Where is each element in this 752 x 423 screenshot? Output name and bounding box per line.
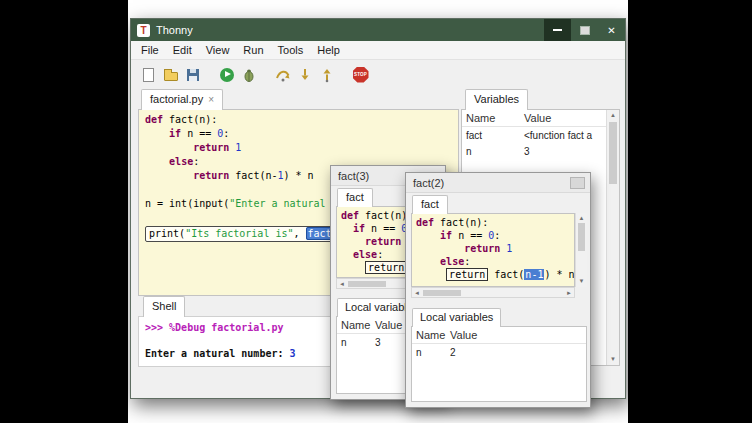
local-variables-table: NameValuen2 [411, 326, 587, 402]
code-line: return 1 [416, 242, 574, 255]
table-cell: fact [462, 130, 520, 141]
minimize-button[interactable] [544, 19, 571, 41]
step-into-icon[interactable] [296, 66, 313, 83]
frame-title-bar[interactable]: fact(2) [406, 173, 590, 193]
table-cell: n [462, 146, 520, 157]
frame-title: fact(2) [413, 177, 444, 189]
tab-local-variables[interactable]: Local variables [412, 308, 501, 327]
code-line: return fact(n-1) * n [416, 268, 574, 281]
frame-title: fact(3) [338, 170, 369, 182]
table-cell: <function fact a [520, 130, 606, 141]
table-header: NameValue [462, 110, 606, 127]
code-line: def fact(n): [145, 113, 458, 127]
table-cell: n [337, 337, 371, 348]
scroll-left-icon[interactable]: ◄ [339, 280, 345, 288]
frame-code-view[interactable]: def fact(n): if n == 0: return 1 else: r… [411, 213, 575, 287]
menu-item-edit[interactable]: Edit [166, 42, 199, 58]
maximize-icon [580, 26, 590, 35]
toolbar: STOP [131, 60, 625, 89]
window-controls: ✕ [544, 19, 625, 41]
scrollbar-thumb[interactable] [348, 281, 386, 287]
thonny-logo-icon: T [137, 24, 150, 37]
tab-factorial-py[interactable]: factorial.py× [141, 89, 223, 110]
code-line: if n == 0: [145, 127, 458, 141]
tab-close-icon[interactable]: × [208, 94, 214, 105]
table-cell: 3 [520, 146, 606, 157]
new-file-icon[interactable] [140, 66, 157, 83]
table-row[interactable]: fact<function fact a [462, 127, 606, 143]
close-button[interactable]: ✕ [598, 19, 625, 41]
menu-item-run[interactable]: Run [236, 42, 270, 58]
code-line: return 1 [145, 141, 458, 155]
run-script-icon[interactable] [218, 66, 235, 83]
horizontal-scrollbar[interactable]: ◄ ► [411, 287, 575, 298]
tab-label: factorial.py [150, 93, 203, 105]
screen: T Thonny ✕ FileEditViewRunToolsHelp [0, 0, 752, 423]
column-header[interactable]: Name [412, 329, 446, 341]
table-row[interactable]: n2 [412, 344, 586, 360]
tab-shell[interactable]: Shell [143, 296, 185, 317]
tab-variables[interactable]: Variables [465, 89, 528, 110]
code-line: def fact(n): [416, 216, 574, 229]
maximize-button[interactable] [571, 19, 598, 41]
save-file-icon[interactable] [184, 66, 201, 83]
table-header: NameValue [412, 327, 586, 344]
column-header[interactable]: Name [462, 112, 520, 124]
tab-fact[interactable]: fact [337, 188, 373, 207]
open-file-icon[interactable] [162, 66, 179, 83]
menu-item-file[interactable]: File [134, 42, 166, 58]
active-statement: return [446, 268, 488, 281]
title-bar[interactable]: T Thonny ✕ [131, 19, 625, 41]
minimize-icon [553, 29, 562, 31]
stop-icon[interactable]: STOP [352, 66, 369, 83]
scroll-left-icon[interactable]: ◄ [414, 289, 420, 297]
frame-window-button[interactable] [570, 177, 585, 189]
menu-item-tools[interactable]: Tools [271, 42, 311, 58]
vertical-scrollbar[interactable]: ▲ ▼ [575, 213, 587, 287]
variables-scrollbar[interactable]: ▲ ▼ [606, 110, 619, 365]
table-row[interactable]: n3 [462, 143, 606, 159]
step-out-icon[interactable] [318, 66, 335, 83]
table-cell: n [412, 347, 446, 358]
scroll-up-icon[interactable]: ▲ [576, 214, 587, 223]
scroll-up-icon[interactable]: ▲ [607, 111, 619, 120]
code-line: if n == 0: [416, 229, 574, 242]
column-header[interactable]: Value [520, 112, 606, 124]
table-cell: 2 [446, 347, 586, 358]
scroll-right-icon[interactable]: ► [566, 289, 572, 297]
selected-expression: n-1 [524, 269, 544, 280]
debug-script-icon[interactable] [240, 66, 257, 83]
column-header[interactable]: Value [446, 329, 586, 341]
code-line: else: [416, 255, 574, 268]
column-header[interactable]: Name [337, 319, 371, 331]
menu-bar: FileEditViewRunToolsHelp [131, 41, 625, 60]
frame-window-fact2: fact(2) fact def fact(n): if n == 0: ret… [405, 172, 591, 408]
scrollbar-thumb[interactable] [609, 122, 617, 184]
active-statement: return [365, 261, 407, 274]
menu-item-view[interactable]: View [199, 42, 237, 58]
scroll-down-icon[interactable]: ▼ [576, 277, 587, 286]
step-over-icon[interactable] [274, 66, 291, 83]
menu-item-help[interactable]: Help [310, 42, 347, 58]
scroll-down-icon[interactable]: ▼ [607, 355, 619, 364]
scrollbar-thumb[interactable] [423, 290, 461, 296]
window-title: Thonny [156, 24, 193, 36]
tab-fact[interactable]: fact [412, 195, 448, 214]
scrollbar-thumb[interactable] [578, 223, 585, 251]
